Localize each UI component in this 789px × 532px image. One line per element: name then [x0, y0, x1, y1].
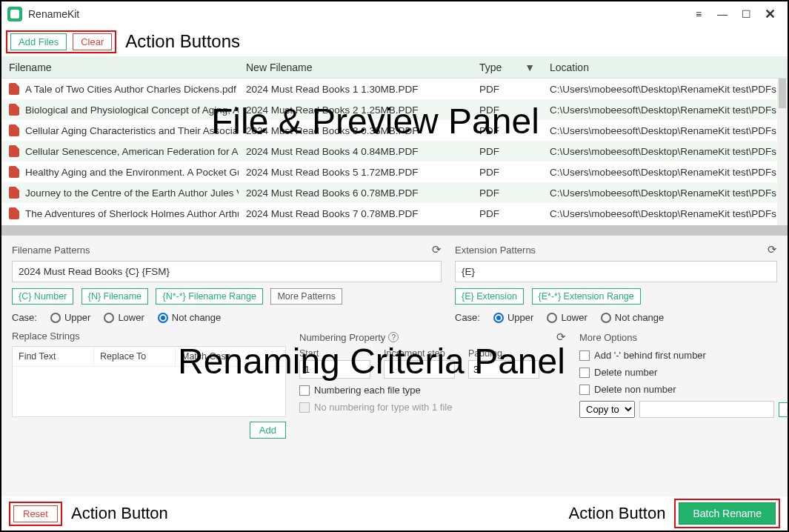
- cell-type: PDF: [472, 208, 542, 219]
- tag-e-extension[interactable]: {E} Extension: [455, 288, 524, 305]
- tag-n-range[interactable]: {N*-*} Filename Range: [156, 288, 262, 305]
- pdf-icon: [9, 145, 19, 157]
- replace-strings-label: Replace Strings: [12, 330, 80, 342]
- cell-filename: The Adventures of Sherlock Holmes Author…: [25, 208, 239, 219]
- refresh-icon[interactable]: ⟳: [768, 243, 777, 256]
- more-options-section: More Options⟳ Add '-' behind first numbe…: [579, 330, 789, 492]
- start-label: Start: [299, 348, 370, 359]
- cell-type: PDF: [472, 84, 542, 95]
- table-row[interactable]: Healthy Aging and the Environment. A Poc…: [1, 162, 788, 182]
- chk-no-numbering-1file[interactable]: [299, 402, 310, 413]
- reset-button[interactable]: Reset: [13, 505, 58, 522]
- refresh-icon[interactable]: ⟳: [432, 243, 442, 256]
- start-input[interactable]: [299, 360, 370, 379]
- chk-split-first-number[interactable]: [579, 350, 590, 361]
- cell-filename: A Tale of Two Cities Author Charles Dick…: [25, 84, 236, 95]
- cell-new-filename: 2024 Must Read Books 6 0.78MB.PDF: [239, 187, 472, 199]
- table-row[interactable]: A Tale of Two Cities Author Charles Dick…: [1, 79, 788, 99]
- copy-to-select[interactable]: Copy to: [579, 401, 635, 418]
- radio-fn-notchange[interactable]: Not change: [158, 312, 222, 323]
- col-find-text: Find Text: [13, 347, 94, 366]
- vertical-scrollbar[interactable]: [777, 79, 788, 225]
- table-row[interactable]: Journey to the Centre of the Earth Autho…: [1, 182, 788, 203]
- action-button-label-left: Action Button: [71, 504, 168, 523]
- add-replace-button[interactable]: Add: [250, 422, 286, 439]
- col-new-filename[interactable]: New Filename: [239, 56, 472, 78]
- table-row[interactable]: The Adventures of Sherlock Holmes Author…: [1, 203, 788, 224]
- title-bar: RenameKit ≡ — ☐ ✕: [1, 1, 788, 27]
- chk-delete-number[interactable]: [579, 368, 590, 378]
- padding-input[interactable]: [468, 360, 539, 379]
- radio-ext-notchange[interactable]: Not change: [601, 312, 665, 323]
- batch-rename-button[interactable]: Batch Rename: [679, 502, 776, 525]
- cell-filename: Cellular Aging Characteristics and Their…: [25, 125, 239, 136]
- numbering-label: Numbering Property: [299, 332, 385, 343]
- action-button-label-right: Action Button: [569, 504, 666, 523]
- tag-e-range[interactable]: {E*-*} Extension Range: [532, 288, 641, 305]
- extension-pattern-input[interactable]: [455, 261, 777, 282]
- table-row[interactable]: Cellular Senescence, American Federation…: [1, 141, 788, 162]
- add-files-button[interactable]: Add Files: [10, 33, 67, 50]
- clear-button[interactable]: Clear: [73, 33, 112, 50]
- app-title: RenameKit: [28, 8, 79, 20]
- filter-icon[interactable]: ▼: [525, 61, 535, 73]
- col-filename[interactable]: Filename: [1, 56, 239, 78]
- cell-location: C:\Users\mobeesoft\Desktop\RenameKit tes…: [542, 84, 788, 95]
- radio-fn-upper[interactable]: Upper: [50, 312, 90, 323]
- pdf-icon: [9, 187, 19, 199]
- extension-patterns-label: Extension Patterns: [455, 245, 536, 256]
- pdf-icon: [9, 166, 19, 178]
- col-type[interactable]: Type▼: [472, 56, 542, 78]
- cell-filename: Cellular Senescence, American Federation…: [25, 146, 239, 157]
- more-options-label: More Options: [579, 332, 637, 343]
- pdf-icon: [9, 124, 19, 136]
- filename-pattern-input[interactable]: [12, 261, 442, 282]
- increment-input[interactable]: [384, 360, 455, 379]
- extension-patterns-section: Extension Patterns⟳ {E} Extension {E*-*}…: [455, 243, 777, 323]
- cell-type: PDF: [472, 125, 542, 136]
- table-row[interactable]: Cellular Aging Characteristics and Their…: [1, 120, 788, 141]
- cell-location: C:\Users\mobeesoft\Desktop\RenameKit tes…: [542, 146, 788, 157]
- cell-location: C:\Users\mobeesoft\Desktop\RenameKit tes…: [542, 104, 788, 116]
- col-replace-to: Replace To: [94, 347, 176, 366]
- help-icon[interactable]: ?: [388, 332, 399, 342]
- pdf-icon: [9, 207, 19, 219]
- cell-type: PDF: [472, 167, 542, 178]
- cell-new-filename: 2024 Must Read Books 7 0.78MB.PDF: [239, 208, 472, 219]
- refresh-icon[interactable]: ⟳: [556, 330, 566, 344]
- maximize-button[interactable]: ☐: [734, 4, 758, 24]
- cell-filename: Biological and Physiological Concept of …: [25, 104, 239, 116]
- copy-to-path-input[interactable]: [639, 401, 774, 418]
- case-label-ext: Case:: [455, 312, 480, 323]
- chk-delete-non-number[interactable]: [579, 385, 590, 395]
- radio-ext-lower[interactable]: Lower: [547, 312, 587, 323]
- app-logo-icon: [7, 7, 22, 21]
- cell-type: PDF: [472, 146, 542, 157]
- menu-icon[interactable]: ≡: [687, 4, 710, 24]
- tag-n-filename[interactable]: {N} Filename: [81, 288, 148, 305]
- table-row[interactable]: Biological and Physiological Concept of …: [1, 99, 788, 120]
- tag-c-number[interactable]: {C} Number: [12, 288, 73, 305]
- cell-new-filename: 2024 Must Read Books 5 1.72MB.PDF: [239, 167, 472, 178]
- radio-fn-lower[interactable]: Lower: [104, 312, 144, 323]
- chk-numbering-each[interactable]: [299, 385, 310, 396]
- file-table: Filename New Filename Type▼ Location A T…: [1, 56, 788, 236]
- change-button[interactable]: Change: [779, 402, 789, 417]
- bottom-bar: Reset Action Button Action Button Batch …: [1, 496, 788, 531]
- cell-new-filename: 2024 Must Read Books 2 1.25MB.PDF: [239, 104, 472, 116]
- col-location[interactable]: Location: [542, 56, 788, 78]
- close-button[interactable]: ✕: [758, 4, 782, 24]
- horizontal-scrollbar[interactable]: [1, 225, 788, 236]
- criteria-panel: Filename Patterns⟳ {C} Number {N} Filena…: [1, 236, 788, 496]
- minimize-button[interactable]: —: [710, 4, 734, 24]
- pdf-icon: [9, 83, 19, 95]
- col-match-case: Match Case: [176, 347, 285, 366]
- filename-patterns-section: Filename Patterns⟳ {C} Number {N} Filena…: [12, 243, 442, 323]
- cell-location: C:\Users\mobeesoft\Desktop\RenameKit tes…: [542, 187, 788, 199]
- table-body: A Tale of Two Cities Author Charles Dick…: [1, 79, 788, 225]
- cell-type: PDF: [472, 187, 542, 199]
- replace-table: Find Text Replace To Match Case: [12, 346, 286, 417]
- tag-more-patterns[interactable]: More Patterns: [270, 288, 342, 305]
- radio-ext-upper[interactable]: Upper: [493, 312, 533, 323]
- padding-label: Padding: [468, 348, 539, 359]
